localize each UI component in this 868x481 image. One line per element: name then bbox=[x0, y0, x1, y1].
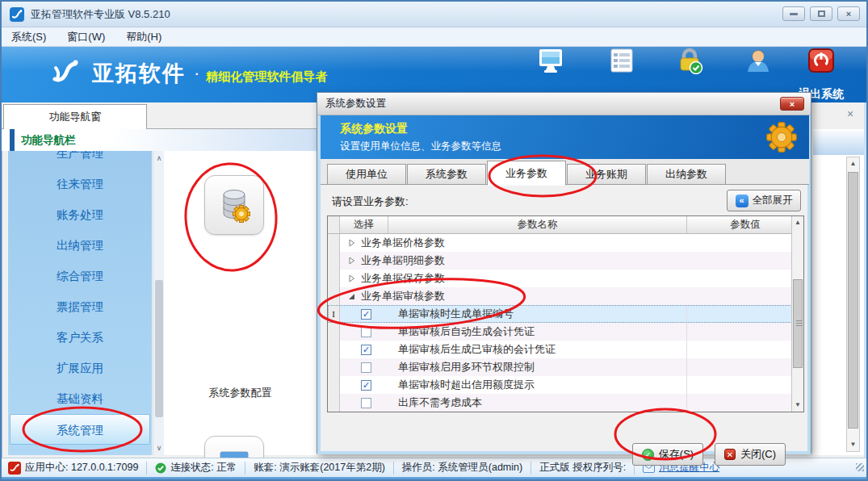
menu-help[interactable]: 帮助(H) bbox=[126, 30, 161, 44]
param-row-multi-stage[interactable]: 单据审核启用多环节权限控制 bbox=[328, 358, 803, 376]
sidebar-item-production[interactable]: 生产管理 bbox=[8, 151, 152, 169]
scroll-down-icon[interactable]: ▼ bbox=[847, 438, 859, 451]
app-logo-small-icon bbox=[8, 462, 21, 475]
param-value[interactable] bbox=[687, 376, 803, 394]
collapsed-triangle-icon[interactable] bbox=[346, 238, 356, 248]
nav-bar-title: 功能导航栏 bbox=[21, 133, 76, 148]
menu-window[interactable]: 窗口(W) bbox=[67, 30, 105, 44]
tab-business-period[interactable]: 业务账期 bbox=[567, 164, 646, 185]
checkbox-unchecked[interactable] bbox=[361, 327, 371, 337]
monitor-icon[interactable] bbox=[537, 47, 564, 74]
scroll-up-icon[interactable]: ▲ bbox=[792, 216, 803, 229]
shortcut-system-params-label: 系统参数配置 bbox=[164, 386, 317, 400]
param-row-credit-limit[interactable]: ✓ 单据审核时超出信用额度提示 bbox=[328, 376, 803, 394]
sidebar-item-contacts[interactable]: 往来管理 bbox=[8, 169, 152, 199]
status-separator bbox=[393, 462, 394, 475]
dialog-title-bar[interactable]: 系统参数设置 × bbox=[317, 93, 811, 115]
expanded-triangle-icon[interactable] bbox=[346, 291, 356, 301]
window-title: 亚拓管理软件专业版 V8.5.210 bbox=[31, 7, 170, 22]
grid-scrollbar[interactable]: ▲ ▼ bbox=[791, 216, 803, 412]
dialog-close-button[interactable]: × bbox=[780, 97, 804, 111]
checkbox-checked[interactable]: ✓ bbox=[361, 309, 371, 320]
scroll-up-icon[interactable]: ▲ bbox=[847, 157, 859, 170]
group-row-audit-params[interactable]: 业务单据审核参数 bbox=[328, 287, 803, 305]
maximize-button[interactable] bbox=[810, 6, 832, 21]
tab-business-params[interactable]: 业务参数 bbox=[487, 161, 566, 186]
scroll-down-icon[interactable]: ∨ bbox=[153, 442, 165, 454]
dialog-title: 系统参数设置 bbox=[325, 97, 386, 111]
shortcut-system-params-button[interactable] bbox=[204, 175, 264, 235]
sidebar-item-crm[interactable]: 客户关系 bbox=[8, 322, 152, 353]
sidebar-item-bills[interactable]: 票据管理 bbox=[8, 291, 152, 322]
param-row-outbound-cost[interactable]: 出库不需考虑成本 bbox=[328, 394, 803, 412]
param-value[interactable] bbox=[687, 305, 803, 323]
user-icon[interactable] bbox=[744, 47, 772, 74]
sidebar-item-comprehensive[interactable]: 综合管理 bbox=[8, 261, 152, 291]
tab-cashier-params[interactable]: 出纳参数 bbox=[647, 164, 726, 185]
param-row-auto-voucher[interactable]: 单据审核后自动生成会计凭证 bbox=[328, 323, 803, 341]
sidebar-item-extensions[interactable]: 扩展应用 bbox=[8, 353, 152, 383]
tab-nav-window[interactable]: 功能导航窗 bbox=[3, 104, 147, 129]
save-button[interactable]: ✓ 保存(S) bbox=[632, 443, 703, 466]
sidebar-item-system[interactable]: 系统管理 bbox=[10, 414, 150, 445]
param-row-audited-voucher[interactable]: ✓ 单据审核后生成已审核的会计凭证 bbox=[328, 341, 803, 358]
collapsed-triangle-icon[interactable] bbox=[346, 274, 356, 283]
grid-header-row: 选择 参数名称 参数值 bbox=[328, 216, 803, 234]
scroll-up-icon[interactable]: ∧ bbox=[153, 153, 165, 164]
scrollbar-thumb[interactable] bbox=[793, 279, 803, 368]
menu-bar: 系统(S) 窗口(W) 帮助(H) bbox=[2, 27, 866, 47]
sidebar-item-cashier[interactable]: 出纳管理 bbox=[8, 230, 152, 261]
checkbox-unchecked[interactable] bbox=[361, 362, 371, 373]
col-header-param-value[interactable]: 参数值 bbox=[687, 216, 803, 233]
collapsed-triangle-icon[interactable] bbox=[346, 256, 356, 266]
content-close-icon[interactable]: × bbox=[843, 107, 858, 121]
scrollbar-thumb[interactable] bbox=[155, 280, 163, 417]
nav-tab-strip: 功能导航窗 bbox=[2, 102, 317, 129]
lock-icon[interactable] bbox=[676, 47, 703, 74]
checkbox-checked[interactable]: ✓ bbox=[361, 345, 371, 355]
param-value[interactable] bbox=[687, 358, 803, 376]
param-value[interactable] bbox=[687, 394, 803, 412]
power-icon[interactable] bbox=[807, 47, 835, 74]
close-dialog-button[interactable]: ✕ 关闭(C) bbox=[715, 443, 786, 466]
tab-system-params[interactable]: 系统参数 bbox=[407, 164, 486, 185]
sidebar-scrollbar[interactable]: ∧ ∨ bbox=[153, 151, 164, 455]
tab-company-info[interactable]: 使用单位 bbox=[327, 164, 406, 185]
param-value[interactable] bbox=[687, 341, 803, 358]
expand-all-label: 全部展开 bbox=[753, 194, 793, 207]
grid-indicator-header bbox=[328, 216, 340, 233]
system-params-dialog: 系统参数设置 × 系统参数设置 设置使用单位信息、业务参数等信息 bbox=[317, 92, 811, 454]
dialog-toolbar: 请设置业务参数: « 全部展开 bbox=[321, 185, 809, 215]
resize-grip[interactable] bbox=[856, 463, 864, 471]
group-row-label: 业务单据保存参数 bbox=[361, 271, 445, 286]
minimize-button[interactable] bbox=[782, 6, 805, 21]
form-icon[interactable] bbox=[608, 47, 635, 74]
col-header-param-name[interactable]: 参数名称 bbox=[388, 216, 687, 233]
checkbox-unchecked[interactable] bbox=[361, 398, 371, 408]
sidebar-item-basedata[interactable]: 基础资料 bbox=[8, 383, 152, 414]
param-name: 出库不需考虑成本 bbox=[398, 395, 482, 410]
content-scrollbar[interactable]: ▲ ▼ bbox=[846, 157, 860, 452]
close-x-icon: ✕ bbox=[724, 449, 736, 460]
group-row-save-params[interactable]: 业务单据保存参数 bbox=[328, 270, 803, 287]
close-button[interactable]: × bbox=[837, 6, 860, 21]
checkbox-checked[interactable]: ✓ bbox=[361, 380, 371, 391]
sidebar-item-accounting[interactable]: 账务处理 bbox=[8, 199, 152, 230]
scrollbar-thumb[interactable] bbox=[848, 172, 858, 429]
col-header-select[interactable]: 选择 bbox=[340, 216, 388, 233]
window-inner-margin bbox=[864, 102, 868, 458]
row-indicator bbox=[328, 394, 340, 412]
param-row-generate-number[interactable]: I ✓ 单据审核时生成单据编号 bbox=[328, 305, 803, 323]
menu-system[interactable]: 系统(S) bbox=[11, 30, 46, 44]
row-indicator bbox=[328, 287, 340, 305]
nav-bar-header: 功能导航栏 bbox=[2, 129, 317, 151]
group-row-price-params[interactable]: 业务单据价格参数 bbox=[328, 234, 803, 252]
status-operator: 操作员: 系统管理员(admin) bbox=[402, 461, 522, 475]
status-account: 账套: 演示账套(2017年第2期) bbox=[254, 461, 385, 475]
status-app-center-text: 应用中心: 127.0.0.1:7099 bbox=[25, 461, 138, 475]
group-row-detail-params[interactable]: 业务单据明细参数 bbox=[328, 252, 803, 270]
param-value[interactable] bbox=[687, 323, 803, 341]
expand-all-button[interactable]: « 全部展开 bbox=[727, 190, 801, 211]
status-app-center: 应用中心: 127.0.0.1:7099 bbox=[8, 461, 138, 475]
scroll-down-icon[interactable]: ▼ bbox=[792, 399, 803, 412]
